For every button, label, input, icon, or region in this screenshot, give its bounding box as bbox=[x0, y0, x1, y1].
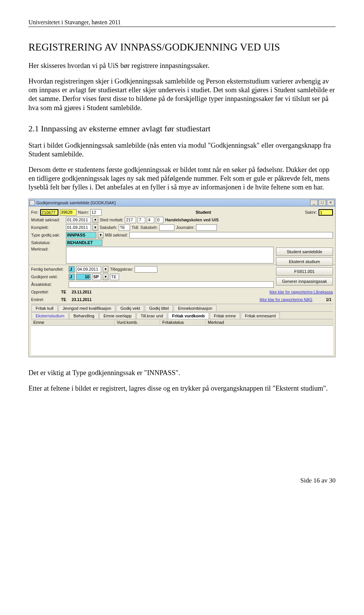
doc-p6: Etter at feltene i bildet er registrert,… bbox=[28, 384, 336, 393]
komplett-label: Komplett: bbox=[31, 225, 64, 230]
minimize-button[interactable]: _ bbox=[310, 200, 318, 206]
link-nag[interactable]: Ikke klar for rapportering NAG bbox=[260, 297, 312, 302]
tab-bar-1: Fritak kull Jevngod med kvalifikasjon Go… bbox=[31, 304, 333, 311]
tab-bar-2: Eksternstudium Behandling Emne overlapp … bbox=[31, 311, 333, 319]
tab-emne-overlapp[interactable]: Emne overlapp bbox=[99, 312, 136, 319]
col-emne: Emne bbox=[31, 319, 115, 325]
komplett-input[interactable]: 01.09.2011 bbox=[66, 224, 91, 231]
tab-jevngod[interactable]: Jevngod med kvalifikasjon bbox=[58, 305, 115, 311]
tab-fritak-vurdkomb[interactable]: Fritak vurdkomb bbox=[168, 312, 209, 319]
tab-emnekombinasjon[interactable]: Emnekombinasjon bbox=[174, 305, 217, 311]
fnr2-input[interactable]: 39628 bbox=[60, 209, 77, 216]
godkjent-te-input[interactable]: TE bbox=[110, 274, 119, 280]
tab-behandling[interactable]: Behandling bbox=[69, 312, 99, 319]
maximize-button[interactable]: □ bbox=[318, 200, 326, 206]
endret-by: TE bbox=[61, 297, 70, 302]
saknr-input[interactable]: 1 bbox=[318, 209, 333, 216]
app-icon bbox=[30, 200, 35, 205]
tab-fritak-emne[interactable]: Fritak emne bbox=[210, 312, 240, 319]
student-samlebilde-button[interactable]: Student samlebilde bbox=[276, 248, 333, 256]
fs811-button[interactable]: FS811.001 bbox=[276, 267, 333, 276]
mottatt-dropdown[interactable]: ▼ bbox=[93, 217, 98, 223]
ferdig-label: Ferdig behandlet: bbox=[31, 267, 67, 271]
merknad-label: Merknad: bbox=[31, 247, 64, 251]
saksbeh-label: Saksbeh: bbox=[100, 225, 117, 230]
sted-label: Sted mottatt: bbox=[100, 218, 123, 222]
sakstatus-input[interactable]: BEHANDLET bbox=[66, 240, 102, 246]
ferdig-jn-input[interactable]: J bbox=[69, 266, 75, 273]
godkjent-jn-input[interactable]: J bbox=[69, 274, 75, 280]
mottatt-input[interactable]: 01.09.2011 bbox=[66, 217, 91, 223]
saksbeh-input[interactable]: TE bbox=[119, 224, 130, 231]
godkjent-unit-input[interactable]: SP bbox=[92, 274, 101, 280]
header-left: Universitetet i Stavanger, høsten 2011 bbox=[28, 19, 121, 26]
opprettet-by: TE bbox=[61, 290, 70, 294]
page-footer: Side 16 av 30 bbox=[28, 477, 336, 484]
app-window: Godkjenningssak samlebilde [GODKJSAK] _ … bbox=[28, 199, 336, 357]
maal-label: Mål søknad: bbox=[105, 233, 128, 237]
navn-label: Navn: bbox=[78, 210, 89, 214]
tidl-saksbeh-label: Tidl. Saksbeh: bbox=[132, 225, 158, 230]
arsak-input[interactable] bbox=[69, 281, 274, 288]
doc-p1: Her skisseres hvordan vi på UiS bør regi… bbox=[28, 62, 336, 70]
tab-godkj-tittel[interactable]: Godkj tittel bbox=[145, 305, 173, 311]
col-vurdkomb: Vurd.komb. bbox=[115, 319, 160, 325]
sakstatus-label: Sakstatus: bbox=[31, 240, 64, 245]
link-lanekassa[interactable]: Ikke klar for rapportering Lånekassa bbox=[269, 290, 333, 294]
type-input[interactable]: INNPASS bbox=[66, 232, 96, 238]
generer-innpassingssak-button[interactable]: Generer innpassingssak bbox=[276, 277, 333, 285]
navn-input[interactable]: 12 bbox=[90, 209, 102, 216]
col-fritakstatus: Fritakstatus bbox=[160, 319, 206, 325]
journalnr-label: Journalnr: bbox=[176, 225, 195, 230]
titlebar[interactable]: Godkjenningssak samlebilde [GODKJSAK] _ … bbox=[29, 199, 335, 207]
tab-tillkrav[interactable]: Till.krav und bbox=[136, 312, 167, 319]
type-dropdown[interactable]: ▼ bbox=[98, 232, 104, 238]
list-body[interactable] bbox=[31, 326, 333, 356]
merknad-input[interactable] bbox=[66, 247, 274, 263]
student-title: Student bbox=[103, 210, 303, 214]
arsak-label: Årsaktekst: bbox=[31, 282, 67, 287]
mottatt-label: Mottatt søknad: bbox=[31, 218, 64, 222]
doc-h2: 2.1 Innpassing av eksterne emner avlagt … bbox=[28, 124, 336, 134]
sted4-input[interactable]: 0 bbox=[156, 217, 163, 223]
ferdig-dato-input[interactable]: 04.09.2011 bbox=[76, 266, 101, 273]
opprettet-dato: 23.11.2011 bbox=[72, 290, 97, 294]
journalnr-input[interactable] bbox=[196, 224, 217, 231]
sted1-input[interactable]: 217 bbox=[125, 217, 136, 223]
tillegg-input[interactable] bbox=[135, 266, 157, 273]
endret-label: Endret: bbox=[31, 297, 60, 302]
sted2-input[interactable]: 7 bbox=[138, 217, 145, 223]
tillegg-label: Tilleggskrav: bbox=[110, 267, 133, 271]
endret-dato: 23.11.2011 bbox=[72, 297, 97, 302]
window-title: Godkjenningssak samlebilde [GODKJSAK] bbox=[36, 200, 116, 205]
godkjent-val-input[interactable]: 10 bbox=[76, 274, 91, 280]
tab-godkj-vekt[interactable]: Godkj vekt bbox=[116, 305, 144, 311]
maal-input[interactable] bbox=[129, 232, 333, 238]
komplett-dropdown[interactable]: ▼ bbox=[93, 224, 98, 231]
type-label: Type godkj.sak: bbox=[31, 233, 64, 237]
fnr-label: Fnr: bbox=[31, 210, 39, 214]
col-merknad: Merknad bbox=[206, 319, 333, 325]
doc-p2: Hvordan registreringen skjer i Godkjenni… bbox=[28, 77, 336, 112]
tidl-saksbeh-input[interactable] bbox=[159, 224, 174, 231]
tab-fritak-kull[interactable]: Fritak kull bbox=[31, 305, 58, 311]
eksternt-studium-button[interactable]: Eksternt studium bbox=[276, 257, 333, 266]
tab-fritak-emnesaml[interactable]: Fritak emnesaml bbox=[241, 312, 280, 319]
close-button[interactable]: × bbox=[327, 200, 334, 206]
doc-p4: Dersom dette er studentens første godkje… bbox=[28, 166, 336, 192]
list-header: Emne Vurd.komb. Fritakstatus Merknad bbox=[31, 319, 333, 326]
saknr-label: Saknr: bbox=[305, 210, 317, 214]
page-header: Universitetet i Stavanger, høsten 2011 bbox=[28, 19, 336, 27]
doc-p5: Det er viktig at Type godkjenningssak er… bbox=[28, 369, 336, 377]
record-counter: 1/1 bbox=[314, 297, 333, 302]
tab-eksternstudium[interactable]: Eksternstudium bbox=[31, 312, 69, 319]
godkjent-unit-dropdown[interactable]: ▼ bbox=[103, 274, 108, 280]
ferdig-dropdown[interactable]: ▼ bbox=[103, 266, 108, 273]
doc-h1: REGISTRERING AV INNPASS/GODKJENNING VED … bbox=[28, 41, 336, 53]
fnr1-input[interactable]: 210677 bbox=[40, 209, 58, 216]
sted-name: Handelshøgskolen ved UiS bbox=[165, 218, 218, 222]
opprettet-label: Opprettet: bbox=[31, 290, 60, 294]
doc-p3: Start i bildet Godkjenningssak samlebild… bbox=[28, 141, 336, 159]
godkjent-label: Godkjent vekt: bbox=[31, 274, 67, 279]
sted3-input[interactable]: 4 bbox=[147, 217, 154, 223]
